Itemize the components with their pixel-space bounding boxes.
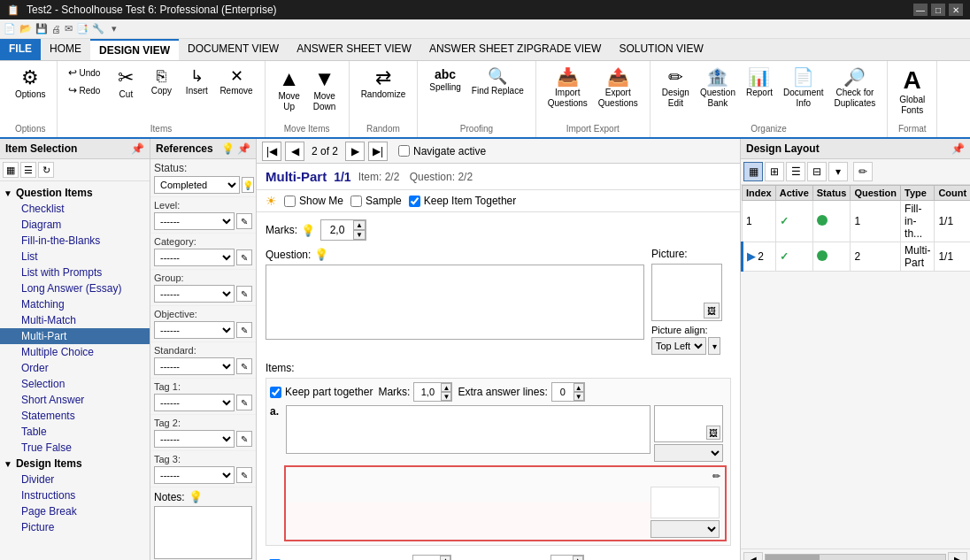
copy-btn[interactable]: ⎘ Copy [144, 65, 178, 100]
redo-btn[interactable]: ↪ Redo [65, 82, 104, 98]
dl-dropdown-btn[interactable]: ▾ [828, 162, 848, 181]
objective-select[interactable]: ------ [154, 321, 235, 339]
solution-view-tab[interactable]: SOLUTION VIEW [610, 39, 712, 60]
grid-view-btn[interactable]: ▦ [3, 162, 19, 178]
list-item-matching[interactable]: Matching [0, 296, 150, 312]
import-questions-btn[interactable]: 📥 ImportQuestions [543, 65, 592, 112]
tag2-edit-btn[interactable]: ✎ [236, 431, 252, 447]
list-item-list-prompts[interactable]: List with Prompts [0, 265, 150, 280]
list-item-statements[interactable]: Statements [0, 408, 150, 424]
nav-prev-btn[interactable]: ◀ [285, 142, 304, 161]
answer-sheet-tab[interactable]: ANSWER SHEET VIEW [288, 39, 420, 60]
status-light-btn[interactable]: 💡 [242, 177, 254, 193]
list-item-page-break[interactable]: Page Break [0, 503, 150, 519]
list-item-table[interactable]: Table [0, 424, 150, 440]
question-textarea[interactable] [266, 265, 644, 340]
level-edit-btn[interactable]: ✎ [236, 213, 252, 229]
dl-scroll-right[interactable]: ▶ [948, 552, 967, 560]
table-row[interactable]: 1 ✓ 1 Fill-in-th... 1/1 [743, 201, 971, 242]
new-icon[interactable]: 📄 [4, 23, 16, 35]
tag3-edit-btn[interactable]: ✎ [236, 467, 252, 483]
tag1-edit-btn[interactable]: ✎ [236, 395, 252, 410]
list-item-list[interactable]: List [0, 249, 150, 265]
extra-lines-down[interactable]: ▼ [574, 392, 584, 401]
dl-grid-btn1[interactable]: ▦ [743, 162, 763, 181]
part-a-textarea[interactable] [286, 405, 651, 454]
design-view-tab[interactable]: DESIGN VIEW [90, 39, 179, 60]
find-replace-btn[interactable]: 🔍 Find Replace [467, 65, 528, 100]
export-questions-btn[interactable]: 📤 ExportQuestions [594, 65, 643, 112]
list-item-picture[interactable]: Picture [0, 519, 150, 535]
part-a-answer-textarea[interactable] [288, 502, 651, 538]
dl-grid-btn3[interactable]: ☰ [786, 162, 805, 181]
print-icon[interactable]: 🖨 [51, 24, 61, 35]
cut-btn[interactable]: ✂ Cut [109, 65, 142, 104]
marks-up-btn[interactable]: ▲ [353, 220, 366, 230]
move-up-btn[interactable]: ▲ MoveUp [273, 65, 306, 116]
spelling-btn[interactable]: abc Spelling [425, 65, 466, 96]
table-row[interactable]: ▶ 2 ✓ 2 Multi-Part 1/1 [743, 242, 971, 272]
nav-last-btn[interactable]: ▶| [368, 142, 388, 161]
part-a-keep-checkbox[interactable] [270, 387, 281, 398]
extra-lines-up[interactable]: ▲ [574, 383, 584, 392]
design-items-section[interactable]: ▼ Design Items [0, 456, 150, 472]
tag3-select[interactable]: ------ [154, 466, 235, 484]
picture-upload-btn[interactable]: 🖼 [704, 303, 720, 318]
dl-table-container[interactable]: Index Active Status Question Type Count … [741, 185, 970, 548]
list-item-instructions[interactable]: Instructions [0, 487, 150, 503]
category-edit-btn[interactable]: ✎ [236, 249, 252, 265]
list-item-fill-blanks[interactable]: Fill-in-the-Blanks [0, 233, 150, 249]
dl-edit-btn[interactable]: ✏ [853, 162, 873, 181]
part-a-marks-up[interactable]: ▲ [441, 383, 451, 392]
sample-checkbox-label[interactable]: Sample [350, 195, 402, 207]
show-me-checkbox-label[interactable]: Show Me [284, 195, 343, 207]
save-icon[interactable]: 💾 [35, 23, 48, 35]
list-item-short-answer[interactable]: Short Answer [0, 392, 150, 408]
dl-scroll-left[interactable]: ◀ [743, 552, 763, 560]
objective-edit-btn[interactable]: ✎ [236, 322, 252, 338]
undo-btn[interactable]: ↩ Undo [65, 65, 104, 81]
dl-scrollbar[interactable] [765, 554, 946, 560]
refresh-btn[interactable]: ↻ [38, 162, 54, 178]
sample-checkbox[interactable] [350, 196, 362, 207]
keep-item-checkbox[interactable] [409, 196, 420, 207]
qa-icon1[interactable]: ✉ [65, 23, 73, 35]
keep-item-checkbox-label[interactable]: Keep Item Together [409, 195, 517, 207]
question-bank-btn[interactable]: 🏦 QuestionBank [696, 65, 740, 112]
qa-icon3[interactable]: 🔧 [92, 23, 104, 35]
design-edit-btn[interactable]: ✏ DesignEdit [658, 65, 694, 112]
extra-lines-input[interactable] [552, 383, 574, 401]
list-item-multiple-choice[interactable]: Multiple Choice [0, 344, 150, 360]
check-duplicates-btn[interactable]: 🔎 Check forDuplicates [830, 65, 881, 112]
qa-icon2[interactable]: 📑 [76, 23, 89, 35]
dl-grid-btn2[interactable]: ⊞ [765, 162, 784, 181]
part-a-pic-align-select[interactable] [654, 444, 723, 462]
category-select[interactable]: ------ [154, 249, 235, 266]
bottom-marks-up[interactable]: ▲ [440, 556, 450, 560]
show-me-checkbox[interactable] [284, 196, 296, 207]
tag1-select[interactable]: ------ [154, 394, 235, 411]
part-a-marks-down[interactable]: ▼ [441, 392, 451, 401]
list-item-multi-part[interactable]: Multi-Part [0, 328, 150, 344]
list-item-checklist[interactable]: Checklist [0, 201, 150, 217]
list-item-selection[interactable]: Selection [0, 376, 150, 392]
list-item-divider[interactable]: Divider [0, 472, 150, 487]
standard-edit-btn[interactable]: ✎ [236, 358, 252, 374]
move-down-btn[interactable]: ▼ MoveDown [308, 65, 342, 116]
group-select[interactable]: ------ [154, 285, 235, 303]
list-item-order[interactable]: Order [0, 360, 150, 376]
level-select[interactable]: ------ [154, 212, 235, 230]
close-btn[interactable]: ✕ [949, 4, 963, 16]
global-fonts-btn[interactable]: A GlobalFonts [895, 65, 929, 119]
open-icon[interactable]: 📂 [19, 23, 32, 35]
group-edit-btn[interactable]: ✎ [236, 286, 252, 302]
list-item-true-false[interactable]: True False [0, 440, 150, 456]
part-a-keep-checkbox-label[interactable]: Keep part together [270, 386, 373, 398]
content-body[interactable]: Marks: 💡 ▲ ▼ Question: 💡 [257, 212, 740, 560]
list-item-diagram[interactable]: Diagram [0, 217, 150, 233]
part-a-answer-pic-select[interactable] [651, 520, 720, 538]
list-item-long-answer[interactable]: Long Answer (Essay) [0, 280, 150, 296]
list-view-btn[interactable]: ☰ [20, 162, 36, 178]
question-items-section[interactable]: ▼ Question Items [0, 185, 150, 201]
options-btn[interactable]: ⚙ Options [11, 65, 50, 104]
